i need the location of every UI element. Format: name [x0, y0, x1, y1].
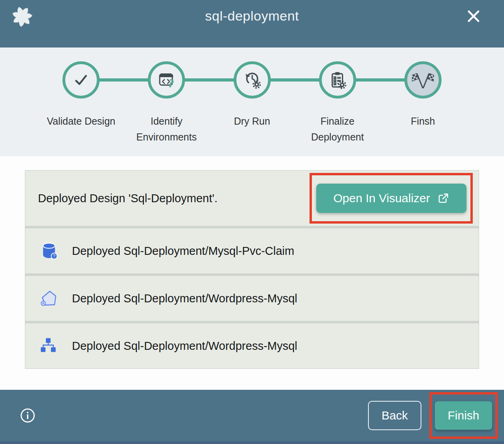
- deployed-item-text: Deployed Sql-Deployment/Wordpress-Mysql: [72, 292, 297, 305]
- deployed-item-row[interactable]: Deployed Sql-Deployment/Wordpress-Mysql: [25, 321, 479, 368]
- step-dry-run: Dry Run: [209, 61, 294, 145]
- step-circle-validate-design: [62, 61, 100, 99]
- service-pentagon-icon: [40, 289, 59, 308]
- info-button[interactable]: [20, 408, 36, 423]
- open-in-visualizer-button[interactable]: Open In Visualizer: [316, 184, 466, 213]
- svg-text:?: ?: [53, 254, 55, 258]
- step-circle-identify-environments: [148, 61, 185, 99]
- step-circle-dry-run: [234, 61, 271, 99]
- info-icon: [20, 408, 36, 423]
- step-finish: Finsh: [380, 61, 466, 145]
- database-icon: ?: [40, 241, 59, 260]
- step-circle-finalize-deployment: [319, 61, 356, 99]
- modal-header: sql-deployment: [0, 0, 504, 47]
- deployed-item-row[interactable]: Deployed Sql-Deployment/Wordpress-Mysql: [25, 273, 479, 321]
- results-card: Deployed Design 'Sql-Deployment'. Open I…: [25, 170, 479, 369]
- annotation-highlight-open-in-visualizer: Open In Visualizer: [310, 173, 473, 224]
- step-label: Finalize Deployment: [297, 113, 378, 145]
- checkered-flags-icon: [412, 69, 434, 91]
- step-circle-finish: [404, 61, 442, 99]
- deployment-hierarchy-icon: [40, 336, 59, 355]
- step-finalize-deployment: Finalize Deployment: [295, 61, 380, 145]
- close-icon: [465, 8, 482, 25]
- open-in-visualizer-label: Open In Visualizer: [333, 192, 430, 205]
- modal-title: sql-deployment: [0, 8, 504, 24]
- close-button[interactable]: [465, 8, 482, 25]
- bottom-edge: [0, 441, 504, 444]
- deployed-design-message: Deployed Design 'Sql-Deployment'.: [38, 192, 217, 205]
- annotation-highlight-finish: Finish: [429, 392, 498, 439]
- deployed-item-row[interactable]: ? Deployed Sql-Deployment/Mysql-Pvc-Clai…: [25, 226, 479, 273]
- stepper: Validate Design Identify Environments: [0, 47, 504, 156]
- step-identify-environments: Identify Environments: [124, 61, 209, 145]
- finish-button[interactable]: Finish: [435, 401, 492, 430]
- deployed-design-row: Deployed Design 'Sql-Deployment'. Open I…: [25, 171, 479, 226]
- code-window-wrench-icon: [157, 70, 176, 89]
- deployment-modal: sql-deployment Validate Design: [0, 0, 504, 444]
- deployed-item-text: Deployed Sql-Deployment/Wordpress-Mysql: [72, 340, 297, 353]
- results-section: Deployed Design 'Sql-Deployment'. Open I…: [0, 156, 504, 369]
- external-link-icon: [437, 192, 449, 204]
- clipboard-gear-icon: [328, 70, 347, 90]
- modal-footer: Back Finish: [0, 390, 504, 441]
- step-label: Validate Design: [47, 113, 115, 129]
- step-label: Dry Run: [234, 113, 270, 129]
- step-label: Finsh: [411, 113, 435, 129]
- check-icon: [71, 70, 91, 90]
- step-label: Identify Environments: [126, 113, 207, 145]
- back-button[interactable]: Back: [368, 401, 421, 430]
- deployed-item-text: Deployed Sql-Deployment/Mysql-Pvc-Claim: [72, 245, 294, 258]
- history-gear-icon: [242, 70, 262, 90]
- step-validate-design: Validate Design: [38, 61, 124, 145]
